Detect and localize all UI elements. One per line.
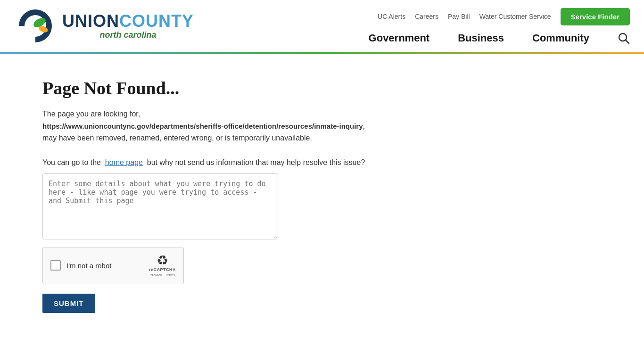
page-title: Page Not Found... xyxy=(42,78,476,99)
header: UNIONCOUNTY north carolina UC Alerts Car… xyxy=(0,0,644,54)
header-top: UNIONCOUNTY north carolina UC Alerts Car… xyxy=(0,0,644,52)
logo-text: UNIONCOUNTY north carolina xyxy=(62,12,194,41)
send-info-prefix: You can go to the xyxy=(42,158,101,166)
top-links: UC Alerts Careers Pay Bill Water Custome… xyxy=(378,8,630,25)
recaptcha-links: Privacy · Terms xyxy=(149,273,175,277)
county-label: COUNTY xyxy=(119,11,194,31)
service-finder-button[interactable]: Service Finder xyxy=(561,8,630,25)
nav-community[interactable]: Community xyxy=(532,32,589,44)
missing-url: https://www.unioncountync.gov/department… xyxy=(42,122,363,130)
recaptcha-logo: ♻ reCAPTCHA xyxy=(149,254,176,272)
home-page-link[interactable]: home page xyxy=(105,158,143,166)
search-icon xyxy=(618,32,630,44)
search-button[interactable] xyxy=(618,32,630,44)
header-right: UC Alerts Careers Pay Bill Water Custome… xyxy=(369,8,630,44)
send-info-suffix: but why not send us information that may… xyxy=(147,158,365,166)
captcha-label: I'm not a robot xyxy=(66,262,111,270)
details-textarea[interactable] xyxy=(42,173,278,239)
captcha-left: I'm not a robot xyxy=(50,260,111,271)
desc-prefix: The page you are looking for, xyxy=(42,110,140,118)
union-label: UNION xyxy=(62,11,119,31)
logo-svg xyxy=(14,5,57,47)
careers-link[interactable]: Careers xyxy=(415,13,438,20)
pay-bill-link[interactable]: Pay Bill xyxy=(448,13,470,20)
svg-line-3 xyxy=(626,40,629,43)
water-customer-service-link[interactable]: Water Customer Service xyxy=(479,13,551,20)
captcha-box: I'm not a robot ♻ reCAPTCHA Privacy · Te… xyxy=(42,247,184,284)
uc-alerts-link[interactable]: UC Alerts xyxy=(378,13,405,20)
main-content: Page Not Found... The page you are looki… xyxy=(0,54,519,341)
logo-nc-label: north carolina xyxy=(62,30,194,40)
desc-line1: The page you are looking for, https://ww… xyxy=(42,108,476,144)
send-info-text: You can go to the home page but why not … xyxy=(42,158,476,167)
recaptcha-swirl-icon: ♻ xyxy=(157,254,168,267)
nav-government[interactable]: Government xyxy=(369,32,430,44)
recaptcha-text: reCAPTCHA xyxy=(149,267,176,272)
logo-area: UNIONCOUNTY north carolina xyxy=(14,5,194,47)
submit-button[interactable]: SUBMIT xyxy=(42,294,95,313)
desc-line2: may have been removed, renamed, entered … xyxy=(42,134,312,142)
captcha-checkbox[interactable] xyxy=(50,260,61,271)
main-nav: Government Business Community xyxy=(369,32,630,44)
send-info-section: You can go to the home page but why not … xyxy=(42,158,476,313)
captcha-right: ♻ reCAPTCHA Privacy · Terms xyxy=(149,254,176,277)
nav-business[interactable]: Business xyxy=(458,32,504,44)
logo-union-county: UNIONCOUNTY xyxy=(62,12,194,31)
